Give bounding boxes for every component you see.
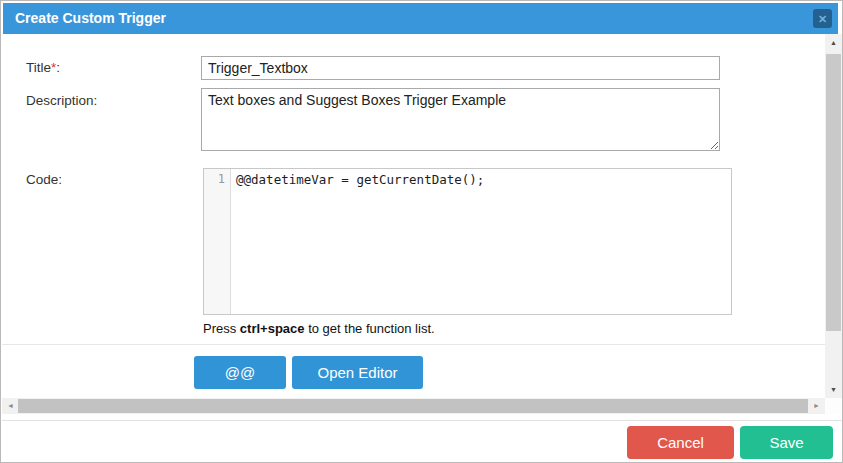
scrollbar-corner	[825, 398, 842, 414]
scroll-left-icon[interactable]: ◄	[2, 398, 19, 414]
ctrl-space-hint: Press ctrl+space to get the function lis…	[203, 321, 435, 336]
create-custom-trigger-dialog: Create Custom Trigger ✕ Title*: Descript…	[0, 0, 843, 463]
description-label: Description:	[26, 93, 97, 108]
vertical-scrollbar[interactable]: ▲ ▼	[825, 34, 842, 398]
hint-prefix: Press	[203, 321, 240, 336]
open-editor-button[interactable]: Open Editor	[292, 356, 423, 389]
hint-suffix: to get the function list.	[305, 321, 435, 336]
title-label-colon: :	[56, 60, 60, 75]
hint-key: ctrl+space	[240, 321, 305, 336]
description-textarea[interactable]: Text boxes and Suggest Boxes Trigger Exa…	[201, 88, 720, 151]
line-number: 1	[218, 172, 225, 186]
title-label: Title*:	[26, 60, 60, 75]
code-editor[interactable]: 1 @@datetimeVar = getCurrentDate();	[203, 168, 732, 315]
dialog-header: Create Custom Trigger ✕	[3, 3, 838, 34]
code-line-number-gutter: 1	[204, 169, 231, 314]
title-label-text: Title	[26, 60, 51, 75]
dialog-title: Create Custom Trigger	[15, 3, 166, 34]
horizontal-scrollbar-thumb[interactable]	[18, 399, 809, 413]
code-content[interactable]: @@datetimeVar = getCurrentDate();	[231, 169, 731, 314]
close-button[interactable]: ✕	[813, 9, 832, 28]
horizontal-scrollbar[interactable]: ◄ ►	[2, 398, 825, 414]
scroll-down-icon[interactable]: ▼	[825, 381, 842, 398]
footer-divider	[2, 420, 843, 421]
close-icon: ✕	[818, 13, 827, 25]
vertical-scrollbar-thumb[interactable]	[826, 54, 841, 331]
scroll-up-icon[interactable]: ▲	[825, 34, 842, 51]
save-button[interactable]: Save	[740, 426, 833, 459]
code-label: Code:	[26, 172, 62, 187]
insert-variable-button[interactable]: @@	[194, 356, 286, 389]
section-divider	[2, 344, 826, 345]
title-input[interactable]	[201, 56, 720, 80]
cancel-button[interactable]: Cancel	[627, 426, 734, 459]
scroll-right-icon[interactable]: ►	[808, 398, 825, 414]
